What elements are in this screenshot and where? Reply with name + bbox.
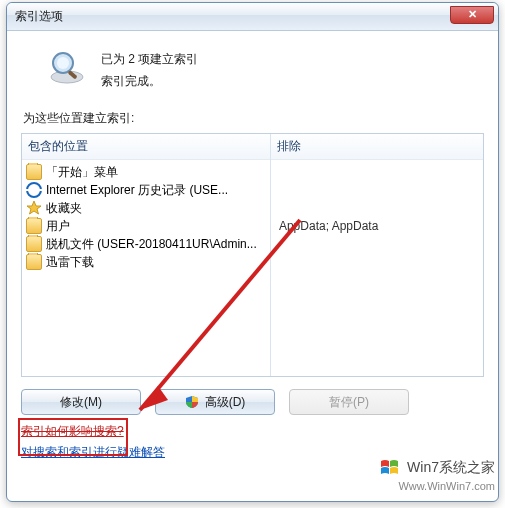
indexing-options-window: 索引选项 ✕ 已为 2 项建立索引 索引完成。 为这些位置建立索引: — [6, 2, 499, 502]
col-excluded-header[interactable]: 排除 — [271, 134, 483, 160]
link-how-index-affects-search[interactable]: 索引如何影响搜索? — [21, 421, 484, 441]
titlebar: 索引选项 ✕ — [7, 3, 498, 31]
window-title: 索引选项 — [15, 8, 63, 25]
windows-flag-icon — [379, 457, 401, 479]
close-button[interactable]: ✕ — [450, 6, 494, 24]
col-included-header[interactable]: 包含的位置 — [22, 134, 270, 160]
ie-icon — [26, 182, 42, 198]
magnifier-icon — [47, 47, 87, 87]
close-icon: ✕ — [468, 9, 477, 20]
locations-panel: 包含的位置 「开始」菜单 Internet Explorer 历史记录 (USE… — [21, 133, 484, 377]
advanced-button[interactable]: 高级(D) — [155, 389, 275, 415]
watermark-brand: Win7系统之家 — [407, 458, 495, 478]
modify-button[interactable]: 修改(M) — [21, 389, 141, 415]
folder-icon — [26, 164, 42, 180]
folder-icon — [26, 236, 42, 252]
pause-button: 暂停(P) — [289, 389, 409, 415]
svg-marker-4 — [27, 201, 41, 214]
button-row: 修改(M) 高级(D) 暂停(P) — [21, 389, 484, 415]
watermark: Win7系统之家 Www.WinWin7.com — [379, 457, 495, 494]
folder-icon — [26, 254, 42, 270]
shield-icon — [185, 395, 199, 409]
list-item[interactable]: 用户 — [26, 217, 266, 235]
list-item[interactable]: 脱机文件 (USER-20180411UR\Admin... — [26, 235, 266, 253]
list-item[interactable]: 收藏夹 — [26, 199, 266, 217]
favorites-icon — [26, 200, 42, 216]
svg-point-2 — [57, 57, 69, 69]
locations-list: 「开始」菜单 Internet Explorer 历史记录 (USE... 收藏… — [22, 160, 270, 274]
list-item[interactable]: 「开始」菜单 — [26, 163, 266, 181]
status-row: 已为 2 项建立索引 索引完成。 — [47, 47, 484, 92]
status-count: 已为 2 项建立索引 — [101, 49, 198, 71]
folder-icon — [26, 218, 42, 234]
exclude-value: AppData; AppData — [275, 217, 479, 235]
watermark-url: Www.WinWin7.com — [379, 479, 495, 494]
list-item[interactable]: 迅雷下载 — [26, 253, 266, 271]
status-done: 索引完成。 — [101, 71, 198, 93]
locations-label: 为这些位置建立索引: — [23, 110, 484, 127]
list-item[interactable]: Internet Explorer 历史记录 (USE... — [26, 181, 266, 199]
